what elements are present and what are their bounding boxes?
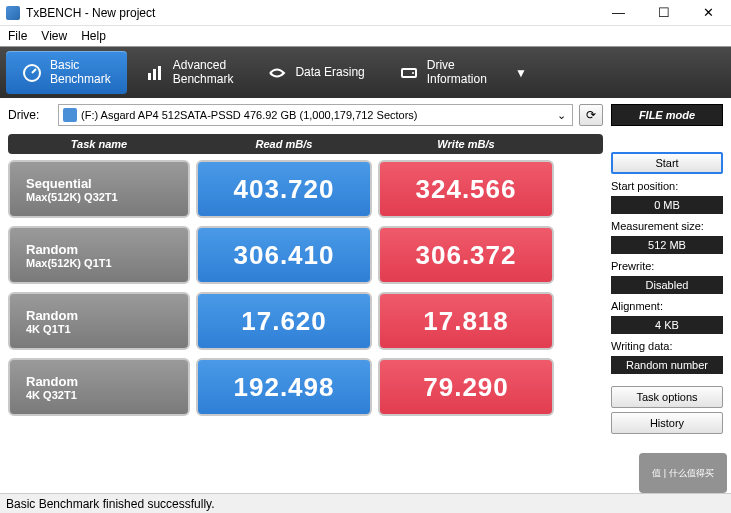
read-value: 17.620 (196, 292, 372, 350)
menubar: File View Help (0, 26, 731, 46)
drive-label: Drive: (8, 108, 52, 122)
measurement-size-label: Measurement size: (611, 220, 723, 232)
status-bar: Basic Benchmark finished successfully. (0, 493, 731, 513)
app-icon (6, 6, 20, 20)
prewrite-value: Disabled (611, 276, 723, 294)
svg-line-1 (32, 69, 36, 73)
side-panel: FILE mode Start Start position: 0 MB Mea… (611, 104, 723, 493)
header-write: Write mB/s (378, 134, 554, 154)
tab-label: Basic Benchmark (50, 59, 111, 85)
tab-dropdown[interactable]: ▼ (505, 51, 537, 94)
task-subtitle: 4K Q1T1 (26, 323, 188, 335)
drive-icon (399, 63, 419, 83)
start-button[interactable]: Start (611, 152, 723, 174)
header-row: Task name Read mB/s Write mB/s (8, 134, 603, 154)
minimize-button[interactable]: — (596, 0, 641, 26)
write-value: 306.372 (378, 226, 554, 284)
menu-view[interactable]: View (41, 29, 67, 43)
tabbar: Basic Benchmark Advanced Benchmark Data … (0, 46, 731, 98)
disk-icon (63, 108, 77, 122)
task-title: Random (26, 308, 188, 323)
read-value: 192.498 (196, 358, 372, 416)
benchmark-row: SequentialMax(512K) Q32T1403.720324.566 (8, 160, 603, 218)
task-title: Random (26, 374, 188, 389)
file-mode-button[interactable]: FILE mode (611, 104, 723, 126)
tab-data-erasing[interactable]: Data Erasing (251, 51, 380, 94)
write-value: 17.818 (378, 292, 554, 350)
svg-rect-3 (153, 69, 156, 80)
benchmark-row: Random4K Q32T1192.49879.290 (8, 358, 603, 416)
drive-value: (F:) Asgard AP4 512SATA-PSSD 476.92 GB (… (81, 109, 418, 121)
alignment-label: Alignment: (611, 300, 723, 312)
refresh-button[interactable]: ⟳ (579, 104, 603, 126)
task-cell[interactable]: Random4K Q32T1 (8, 358, 190, 416)
task-cell[interactable]: SequentialMax(512K) Q32T1 (8, 160, 190, 218)
window-title: TxBENCH - New project (26, 6, 596, 20)
gauge-icon (22, 63, 42, 83)
tab-basic-benchmark[interactable]: Basic Benchmark (6, 51, 127, 94)
tab-label: Drive Information (427, 59, 487, 85)
task-subtitle: Max(512K) Q32T1 (26, 191, 188, 203)
drive-select[interactable]: (F:) Asgard AP4 512SATA-PSSD 476.92 GB (… (58, 104, 573, 126)
task-title: Sequential (26, 176, 188, 191)
read-value: 403.720 (196, 160, 372, 218)
svg-rect-2 (148, 73, 151, 80)
start-position-value: 0 MB (611, 196, 723, 214)
writing-data-value: Random number (611, 356, 723, 374)
chart-icon (145, 63, 165, 83)
close-button[interactable]: ✕ (686, 0, 731, 26)
task-subtitle: Max(512K) Q1T1 (26, 257, 188, 269)
write-value: 324.566 (378, 160, 554, 218)
header-task: Task name (8, 134, 190, 154)
task-title: Random (26, 242, 188, 257)
history-button[interactable]: History (611, 412, 723, 434)
benchmark-row: RandomMax(512K) Q1T1306.410306.372 (8, 226, 603, 284)
tab-drive-information[interactable]: Drive Information (383, 51, 503, 94)
menu-help[interactable]: Help (81, 29, 106, 43)
svg-point-6 (412, 72, 414, 74)
titlebar: TxBENCH - New project — ☐ ✕ (0, 0, 731, 26)
task-cell[interactable]: RandomMax(512K) Q1T1 (8, 226, 190, 284)
task-cell[interactable]: Random4K Q1T1 (8, 292, 190, 350)
write-value: 79.290 (378, 358, 554, 416)
tab-label: Data Erasing (295, 66, 364, 79)
main-panel: Drive: (F:) Asgard AP4 512SATA-PSSD 476.… (8, 104, 603, 493)
refresh-icon: ⟳ (586, 108, 596, 122)
benchmark-row: Random4K Q1T117.62017.818 (8, 292, 603, 350)
task-subtitle: 4K Q32T1 (26, 389, 188, 401)
alignment-value: 4 KB (611, 316, 723, 334)
header-read: Read mB/s (196, 134, 372, 154)
measurement-size-value: 512 MB (611, 236, 723, 254)
watermark: 值 | 什么值得买 (639, 453, 727, 493)
read-value: 306.410 (196, 226, 372, 284)
maximize-button[interactable]: ☐ (641, 0, 686, 26)
tab-label: Advanced Benchmark (173, 59, 234, 85)
task-options-button[interactable]: Task options (611, 386, 723, 408)
tab-advanced-benchmark[interactable]: Advanced Benchmark (129, 51, 250, 94)
writing-data-label: Writing data: (611, 340, 723, 352)
prewrite-label: Prewrite: (611, 260, 723, 272)
erase-icon (267, 63, 287, 83)
start-position-label: Start position: (611, 180, 723, 192)
chevron-down-icon: ▼ (515, 66, 527, 80)
menu-file[interactable]: File (8, 29, 27, 43)
svg-rect-4 (158, 66, 161, 80)
